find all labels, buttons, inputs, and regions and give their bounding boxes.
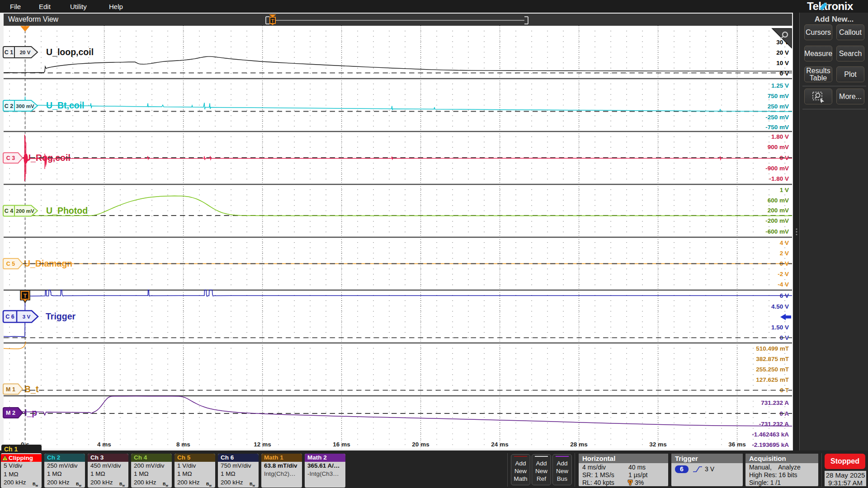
svg-text:1.50 V: 1.50 V bbox=[771, 324, 789, 331]
svg-text:20 V: 20 V bbox=[20, 50, 31, 55]
svg-text:16 ms: 16 ms bbox=[333, 441, 350, 448]
svg-text:-1.80 V: -1.80 V bbox=[769, 175, 789, 182]
svg-text:750 mV: 750 mV bbox=[768, 93, 789, 99]
svg-text:20 V: 20 V bbox=[776, 49, 789, 56]
svg-text:127.625 mT: 127.625 mT bbox=[756, 376, 789, 383]
svg-text:250 mV: 250 mV bbox=[768, 103, 789, 110]
svg-text:4 V: 4 V bbox=[780, 239, 789, 246]
svg-text:382.875 mT: 382.875 mT bbox=[756, 356, 789, 362]
svg-text:1.80 V: 1.80 V bbox=[771, 133, 789, 140]
svg-text:M 1: M 1 bbox=[6, 386, 15, 393]
svg-text:I_p: I_p bbox=[24, 408, 37, 418]
svg-text:C 1: C 1 bbox=[5, 49, 14, 56]
svg-text:510.499 mT: 510.499 mT bbox=[756, 345, 789, 352]
svg-text:10 V: 10 V bbox=[776, 60, 789, 66]
svg-text:M 2: M 2 bbox=[6, 410, 15, 416]
svg-text:4.50 V: 4.50 V bbox=[771, 303, 789, 310]
svg-text:200 mV: 200 mV bbox=[768, 207, 789, 214]
svg-text:-900 mV: -900 mV bbox=[765, 165, 789, 172]
svg-text:1.25 V: 1.25 V bbox=[771, 82, 789, 89]
svg-text:600 mV: 600 mV bbox=[768, 197, 789, 204]
svg-text:-250 mV: -250 mV bbox=[765, 114, 789, 121]
svg-text:B_t: B_t bbox=[24, 384, 39, 394]
svg-text:U_loop,coil: U_loop,coil bbox=[46, 47, 94, 57]
svg-text:32 ms: 32 ms bbox=[649, 441, 666, 448]
svg-text:-2.193695 kA: -2.193695 kA bbox=[752, 441, 789, 448]
svg-text:C 5: C 5 bbox=[6, 261, 15, 267]
svg-text:24 ms: 24 ms bbox=[491, 441, 508, 448]
svg-text:1 V: 1 V bbox=[780, 187, 789, 193]
svg-text:300 mV: 300 mV bbox=[16, 103, 34, 109]
svg-text:20 ms: 20 ms bbox=[412, 441, 429, 448]
svg-text:C 6: C 6 bbox=[5, 314, 14, 320]
svg-text:2 V: 2 V bbox=[780, 250, 789, 257]
svg-text:-200 mV: -200 mV bbox=[765, 217, 789, 224]
svg-text:200 mV: 200 mV bbox=[16, 208, 34, 214]
svg-text:36 ms: 36 ms bbox=[728, 441, 745, 448]
svg-text:4 ms: 4 ms bbox=[97, 441, 111, 448]
svg-text:28 ms: 28 ms bbox=[570, 441, 587, 448]
svg-text:T: T bbox=[24, 292, 27, 299]
svg-text:900 mV: 900 mV bbox=[768, 144, 789, 150]
svg-text:-4 V: -4 V bbox=[778, 281, 789, 288]
svg-text:731.232 A: 731.232 A bbox=[761, 399, 789, 406]
svg-text:-1.462463 kA: -1.462463 kA bbox=[752, 431, 789, 438]
svg-text:-750 mV: -750 mV bbox=[765, 124, 789, 131]
svg-text:-2 V: -2 V bbox=[778, 271, 789, 277]
svg-text:255.250 mT: 255.250 mT bbox=[756, 366, 789, 373]
svg-text:Trigger: Trigger bbox=[46, 311, 76, 321]
svg-text:-600 mV: -600 mV bbox=[765, 228, 789, 235]
svg-text:U_Bt,coil: U_Bt,coil bbox=[46, 100, 85, 110]
svg-text:8 ms: 8 ms bbox=[176, 441, 190, 448]
svg-text:3 V: 3 V bbox=[23, 314, 31, 319]
svg-text:C 4: C 4 bbox=[5, 208, 14, 214]
svg-text:U_Photod: U_Photod bbox=[46, 206, 88, 216]
svg-text:C 3: C 3 bbox=[6, 155, 15, 161]
svg-text:C 2: C 2 bbox=[5, 103, 14, 109]
svg-text:12 ms: 12 ms bbox=[254, 441, 271, 448]
